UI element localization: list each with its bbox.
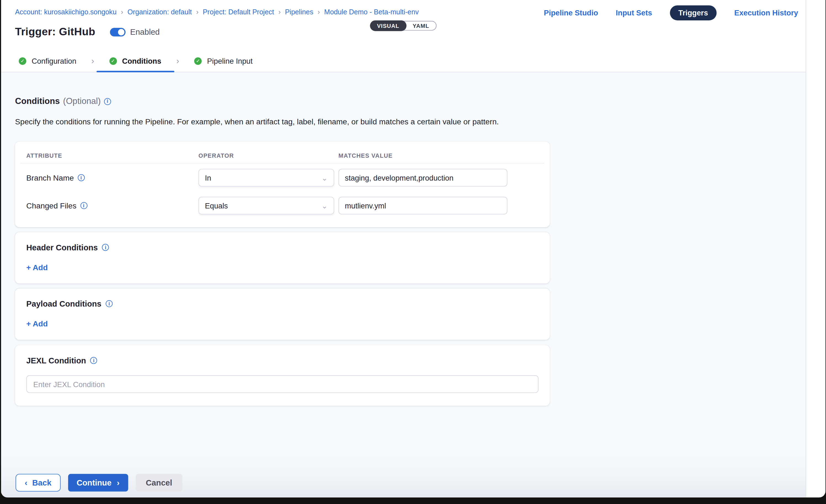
changed-files-operator-value: Equals	[205, 201, 228, 210]
main-panel: Account: kurosakiichigo.songoku › Organi…	[1, 0, 806, 497]
section-heading: Conditions (Optional) i	[15, 97, 806, 106]
breadcrumb-pipelines[interactable]: Pipelines	[285, 8, 313, 16]
branch-operator-select[interactable]: In ⌄	[198, 169, 334, 186]
nav-triggers[interactable]: Triggers	[670, 5, 717, 20]
branch-matches-input[interactable]	[339, 169, 507, 186]
breadcrumb-project[interactable]: Project: Default Project	[203, 8, 274, 16]
col-attribute: ATTRIBUTE	[26, 152, 198, 159]
header-conditions-title: Header Conditions	[26, 243, 98, 252]
conditions-page: Conditions (Optional) i Specify the cond…	[1, 72, 806, 497]
breadcrumb-pipeline-name[interactable]: Module Demo - Beta-multi-env	[324, 8, 419, 16]
table-row: Changed Files i Equals ⌄	[26, 197, 538, 214]
breadcrumb-organization[interactable]: Organization: default	[127, 8, 192, 16]
info-icon[interactable]: i	[104, 98, 111, 105]
check-circle-icon: ✓	[19, 57, 26, 65]
cancel-button-label: Cancel	[146, 478, 172, 487]
branch-operator-value: In	[205, 174, 211, 182]
info-icon[interactable]: i	[80, 202, 87, 209]
visual-yaml-toggle: VISUAL YAML	[370, 21, 437, 30]
conditions-table-card: ATTRIBUTE OPERATOR MATCHES VALUE Branch …	[15, 141, 549, 227]
payload-conditions-add-button[interactable]: + Add	[26, 320, 48, 328]
nav-pipeline-studio[interactable]: Pipeline Studio	[544, 9, 598, 17]
visual-tab[interactable]: VISUAL	[370, 20, 406, 31]
changed-files-matches-input[interactable]	[339, 197, 507, 214]
chevron-down-icon: ⌄	[321, 201, 328, 210]
table-header-row: ATTRIBUTE OPERATOR MATCHES VALUE	[26, 152, 538, 159]
page-header: Account: kurosakiichigo.songoku › Organi…	[1, 0, 806, 50]
col-matches-value: MATCHES VALUE	[339, 152, 507, 159]
breadcrumb-separator-icon: ›	[121, 8, 123, 16]
info-icon[interactable]: i	[102, 244, 109, 251]
chevron-right-icon: ›	[117, 478, 120, 487]
enabled-toggle[interactable]	[110, 27, 125, 36]
tab-conditions[interactable]: ✓ Conditions	[96, 50, 174, 72]
enabled-label: Enabled	[130, 27, 160, 37]
header-conditions-add-button[interactable]: + Add	[26, 263, 48, 272]
breadcrumb-separator-icon: ›	[278, 8, 281, 16]
header-conditions-card: Header Conditions i + Add	[15, 232, 549, 284]
chevron-right-icon: ›	[89, 56, 96, 66]
wizard-tabbar: ✓ Configuration › ✓ Conditions › ✓ Pipel…	[1, 50, 806, 72]
payload-conditions-title: Payload Conditions	[26, 299, 101, 308]
jexl-condition-card: JEXL Condition i	[15, 345, 549, 406]
nav-input-sets[interactable]: Input Sets	[616, 9, 652, 17]
title-row: Trigger: GitHub Enabled	[15, 26, 160, 38]
page-title: Trigger: GitHub	[15, 26, 95, 38]
col-operator: OPERATOR	[198, 152, 338, 159]
toggle-knob	[118, 29, 124, 35]
footer-bar: ‹ Back Continue › Cancel	[1, 451, 806, 497]
continue-button[interactable]: Continue ›	[68, 474, 128, 492]
section-description: Specify the conditions for running the P…	[15, 117, 806, 126]
payload-conditions-card: Payload Conditions i + Add	[15, 289, 549, 340]
check-circle-icon: ✓	[109, 57, 117, 65]
pipeline-nav: Pipeline Studio Input Sets Triggers Exec…	[544, 5, 798, 20]
nav-execution-history[interactable]: Execution History	[734, 9, 798, 17]
chevron-left-icon: ‹	[24, 478, 27, 487]
info-icon[interactable]: i	[90, 357, 97, 364]
table-row: Branch Name i In ⌄	[26, 169, 538, 186]
branch-name-label: Branch Name	[26, 174, 74, 182]
tab-conditions-label: Conditions	[122, 57, 161, 65]
tab-pipeline-input-label: Pipeline Input	[207, 57, 253, 65]
cancel-button[interactable]: Cancel	[136, 474, 183, 492]
changed-files-operator-select[interactable]: Equals ⌄	[198, 197, 334, 214]
tab-pipeline-input[interactable]: ✓ Pipeline Input	[181, 50, 266, 72]
breadcrumb-separator-icon: ›	[196, 8, 198, 16]
chevron-down-icon: ⌄	[321, 174, 328, 182]
right-gutter	[806, 0, 825, 497]
info-icon[interactable]: i	[106, 300, 113, 307]
yaml-tab[interactable]: YAML	[406, 21, 436, 30]
table-divider	[20, 163, 544, 164]
jexl-condition-title: JEXL Condition	[26, 356, 86, 365]
breadcrumb-separator-icon: ›	[317, 8, 320, 16]
optional-label: (Optional)	[63, 97, 101, 106]
section-title: Conditions	[15, 97, 60, 106]
jexl-condition-input[interactable]	[26, 375, 538, 393]
back-button[interactable]: ‹ Back	[15, 474, 60, 492]
tab-configuration-label: Configuration	[32, 57, 76, 65]
breadcrumb-account[interactable]: Account: kurosakiichigo.songoku	[15, 8, 116, 16]
continue-button-label: Continue	[77, 478, 111, 487]
chevron-right-icon: ›	[174, 56, 181, 66]
tab-configuration[interactable]: ✓ Configuration	[6, 50, 89, 72]
breadcrumb: Account: kurosakiichigo.songoku › Organi…	[15, 8, 418, 16]
check-circle-icon: ✓	[194, 57, 202, 65]
app-window: Account: kurosakiichigo.songoku › Organi…	[1, 0, 825, 497]
changed-files-label: Changed Files	[26, 201, 76, 210]
info-icon[interactable]: i	[77, 174, 84, 181]
back-button-label: Back	[32, 478, 52, 487]
